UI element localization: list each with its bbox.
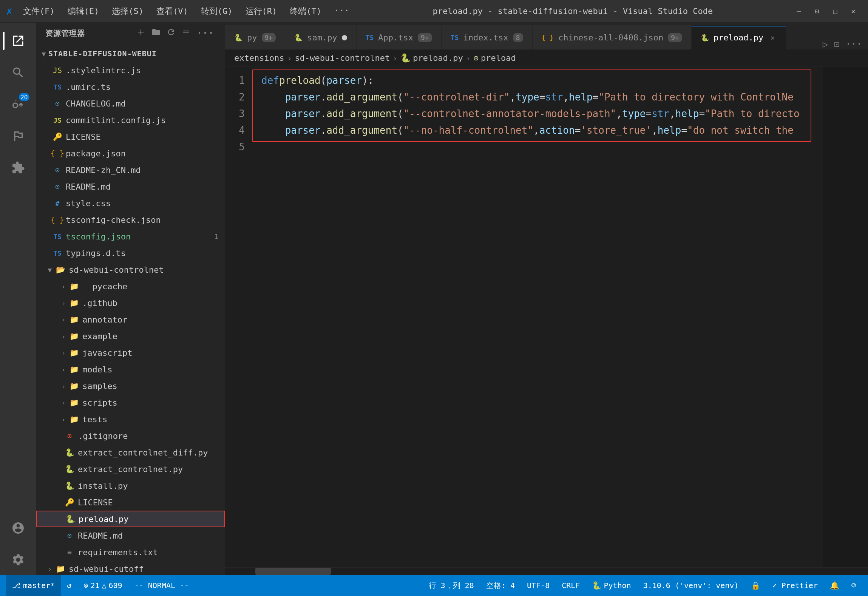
menu-run[interactable]: 运行(R) <box>239 4 283 19</box>
status-position[interactable]: 行 3，列 28 <box>423 575 480 596</box>
file-license2[interactable]: 🔑 LICENSE <box>36 494 225 511</box>
code-content[interactable]: def preload(parser): parser.add_argument… <box>252 66 823 567</box>
file-readme-cn[interactable]: ⊙ README-zh_CN.md <box>36 162 225 178</box>
file-gitignore[interactable]: ⊙ .gitignore <box>36 428 225 444</box>
file-package[interactable]: { } package.json <box>36 145 225 162</box>
folder-tests[interactable]: › 📁 tests <box>36 411 225 428</box>
activity-extensions[interactable] <box>3 153 33 183</box>
example-arrow: › <box>59 332 68 340</box>
help4: help <box>658 123 681 139</box>
menu-terminal[interactable]: 终端(T) <box>284 4 327 19</box>
folder-annotator[interactable]: › 📁 annotator <box>36 311 225 328</box>
file-tsconfig-check[interactable]: { } tsconfig-check.json <box>36 212 225 228</box>
activity-settings[interactable] <box>3 545 33 575</box>
file-extract[interactable]: 🐍 extract_controlnet.py <box>36 461 225 477</box>
folder-github[interactable]: › 📁 .github <box>36 295 225 311</box>
main-layout: 20 资源管理器 <box>0 23 868 575</box>
status-bell[interactable]: 🔔 <box>824 575 845 596</box>
status-language[interactable]: 🐍 Python <box>586 575 637 596</box>
menu-edit[interactable]: 编辑(E) <box>62 4 105 19</box>
status-lineending[interactable]: CRLF <box>556 575 586 596</box>
activity-search[interactable] <box>3 57 33 88</box>
file-preload[interactable]: 🐍 preload.py <box>36 511 225 527</box>
folder-models[interactable]: › 📁 models <box>36 361 225 378</box>
file-style[interactable]: # style.css <box>36 195 225 212</box>
activity-run[interactable] <box>3 121 33 151</box>
status-sync[interactable]: ↺ <box>61 575 77 596</box>
run-icon[interactable]: ▷ <box>823 39 828 49</box>
file-tsconfig[interactable]: TS tsconfig.json 1 <box>36 228 225 245</box>
lineending-text: CRLF <box>562 581 580 590</box>
file-stylelintrc[interactable]: JS .stylelintrc.js <box>36 62 225 79</box>
status-encoding[interactable]: UTF-8 <box>521 575 556 596</box>
status-spaces[interactable]: 空格: 4 <box>480 575 521 596</box>
menu-goto[interactable]: 转到(G) <box>195 4 239 19</box>
error-icon: ⊗ <box>83 581 88 590</box>
folder-controlnet[interactable]: ▼ 📂 sd-webui-controlnet <box>36 261 225 278</box>
folder-example[interactable]: › 📁 example <box>36 328 225 344</box>
breadcrumb-function[interactable]: ⊙ preload <box>474 53 516 63</box>
file-requirements[interactable]: ≡ requirements.txt <box>36 544 225 560</box>
folder-javascript[interactable]: › 📁 javascript <box>36 344 225 361</box>
breadcrumb-extensions[interactable]: extensions <box>234 53 284 63</box>
tab-py[interactable]: 🐍 py 9+ <box>225 25 285 49</box>
folder-cutoff[interactable]: › 📁 sd-webui-cutoff <box>36 560 225 575</box>
activity-source-control[interactable]: 20 <box>3 89 33 119</box>
menu-file[interactable]: 文件(F) <box>17 4 61 19</box>
file-license[interactable]: 🔑 LICENSE <box>36 128 225 145</box>
status-mode[interactable]: -- NORMAL -- <box>128 575 195 596</box>
file-install[interactable]: 🐍 install.py <box>36 477 225 494</box>
window-close[interactable]: ✕ <box>845 4 862 19</box>
status-branch[interactable]: ⎇ master* <box>6 575 61 596</box>
activity-accounts[interactable] <box>3 513 33 543</box>
status-feedback[interactable]: ☺ <box>845 575 862 596</box>
status-remote[interactable]: 🔒 <box>745 575 766 596</box>
tab-sam[interactable]: 🐍 sam.py <box>285 25 356 49</box>
file-extract-diff[interactable]: 🐍 extract_controlnet_diff.py <box>36 444 225 461</box>
window-maximize[interactable]: □ <box>826 4 844 19</box>
horizontal-scrollbar[interactable] <box>225 567 868 575</box>
action4: action <box>539 123 575 139</box>
file-readme2[interactable]: ⊙ README.md <box>36 527 225 544</box>
new-file-button[interactable] <box>135 26 147 40</box>
breadcrumb-file[interactable]: 🐍 preload.py <box>400 53 463 63</box>
file-changelog[interactable]: ⊙ CHANGELOG.md <box>36 95 225 112</box>
file-umirc[interactable]: TS .umirc.ts <box>36 79 225 95</box>
scrollbar-thumb[interactable] <box>255 568 331 575</box>
window-minimize[interactable]: ─ <box>790 4 808 19</box>
breadcrumb-controlnet[interactable]: sd-webui-controlnet <box>295 53 390 63</box>
more-actions-button[interactable]: ··· <box>195 26 216 40</box>
menu-select[interactable]: 选择(S) <box>106 4 150 19</box>
tab-chinese[interactable]: { } chinese-all-0408.json 9+ <box>533 25 692 49</box>
code-line-3: parser.add_argument("--controlnet-annota… <box>261 106 814 122</box>
menu-view[interactable]: 查看(V) <box>150 4 194 19</box>
split-icon[interactable]: ⊡ <box>834 39 839 49</box>
collapse-all-button[interactable] <box>180 26 192 40</box>
more-icon[interactable]: ··· <box>846 39 862 49</box>
tab-preload[interactable]: 🐍 preload.py ✕ <box>692 25 786 49</box>
file-commitlint[interactable]: JS commitlint.config.js <box>36 112 225 128</box>
refresh-button[interactable] <box>165 26 177 40</box>
folder-scripts[interactable]: › 📁 scripts <box>36 394 225 411</box>
folder-pycache[interactable]: › 📁 __pycache__ <box>36 278 225 295</box>
code-editor[interactable]: 1 2 3 4 5 def preload(parser): parser.ad… <box>225 66 868 567</box>
file-readme[interactable]: ⊙ README.md <box>36 178 225 195</box>
file-typings[interactable]: TS typings.d.ts <box>36 245 225 261</box>
activity-explorer[interactable] <box>3 26 33 56</box>
position-text: 行 3，列 28 <box>429 581 474 591</box>
status-prettier[interactable]: ✓ Prettier <box>766 575 824 596</box>
menu-more[interactable]: ··· <box>328 4 355 19</box>
tab-app[interactable]: TS App.tsx 9+ <box>357 25 442 49</box>
python-version-text: 3.10.6 ('venv': venv) <box>643 581 739 590</box>
status-python-version[interactable]: 3.10.6 ('venv': venv) <box>637 575 745 596</box>
tree-root[interactable]: ▼ STABLE-DIFFUSION-WEBUI <box>36 45 225 62</box>
status-errors[interactable]: ⊗ 21 △ 609 <box>77 575 128 596</box>
folder-samples[interactable]: › 📁 samples <box>36 378 225 394</box>
code-line-4: parser.add_argument("--no-half-controlne… <box>261 122 814 139</box>
tab-index[interactable]: TS index.tsx 8 <box>442 25 533 49</box>
window-layout[interactable]: ⊡ <box>808 4 826 19</box>
new-folder-button[interactable] <box>150 26 162 40</box>
preload-tab-close[interactable]: ✕ <box>768 33 777 42</box>
tsconfig-badge: 1 <box>214 232 219 241</box>
warning-icon: △ <box>102 581 106 590</box>
